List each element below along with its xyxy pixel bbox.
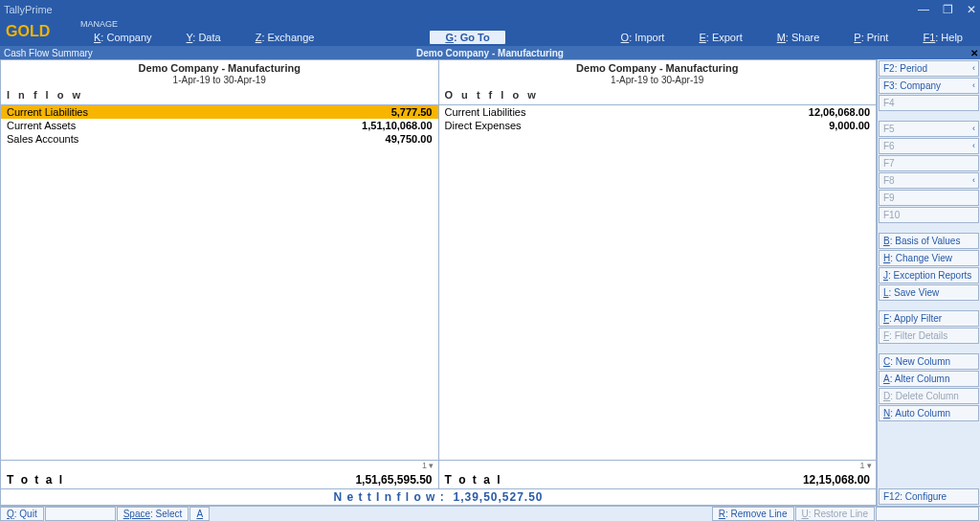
breadcrumb-left: Cash Flow Summary (4, 48, 93, 58)
side-f4: F4 (879, 95, 979, 111)
chevron-left-icon: ‹ (972, 175, 975, 185)
side-f10: F10 (879, 207, 979, 223)
menu-goto[interactable]: G: Go To (429, 30, 505, 45)
menu-exchange[interactable]: Z: Exchange (238, 32, 332, 43)
outflow-company: Demo Company - Manufacturing (445, 62, 871, 75)
app-name: TallyPrime (4, 4, 53, 15)
inflow-rows: Current Liabilities 5,777.50 Current Ass… (1, 105, 438, 460)
bottom-empty (45, 507, 116, 521)
side-f8: F8‹ (879, 172, 979, 189)
report-body: Demo Company - Manufacturing 1-Apr-19 to… (0, 59, 877, 506)
outflow-page-indicator: 1 ▾ (439, 461, 877, 471)
side-alter-column[interactable]: A: Alter Column (879, 371, 979, 387)
side-f7: F7 (879, 155, 979, 171)
menu-print[interactable]: P: Print (836, 32, 905, 43)
side-f12-configure[interactable]: F12: Configure (879, 488, 979, 505)
side-exception-reports[interactable]: J: Exception Reports (879, 267, 979, 283)
menu-export[interactable]: E: Export (681, 32, 759, 43)
side-f9: F9 (879, 190, 979, 206)
side-filter-details: F: Filter Details (879, 328, 979, 344)
minimize-icon[interactable]: — (918, 3, 929, 16)
main-menu: K: Company Y: Data Z: Exchange G: Go To … (77, 29, 980, 46)
inflow-company: Demo Company - Manufacturing (7, 62, 433, 75)
side-change-view[interactable]: H: Change View (879, 250, 979, 266)
menu-company[interactable]: K: Company (77, 32, 169, 43)
table-row[interactable]: Current Assets 1,51,10,068.00 (1, 119, 438, 132)
menu-data[interactable]: Y: Data (169, 32, 238, 43)
outflow-rows: Current Liabilities 12,06,068.00 Direct … (439, 105, 877, 460)
inflow-period: 1-Apr-19 to 30-Apr-19 (7, 75, 433, 85)
bottom-empty (876, 507, 979, 521)
side-apply-filter[interactable]: F: Apply Filter (879, 310, 979, 327)
side-basis-of-values[interactable]: B: Basis of Values (879, 233, 979, 249)
maximize-icon[interactable]: ❐ (943, 3, 953, 16)
chevron-left-icon: ‹ (972, 124, 975, 133)
chevron-left-icon: ‹ (972, 63, 975, 73)
titlebar: TallyPrime — ❐ ✕ (0, 0, 980, 19)
outflow-period: 1-Apr-19 to 30-Apr-19 (445, 75, 871, 85)
menu-share[interactable]: M: Share (760, 32, 837, 43)
bottom-quit[interactable]: Q: Quit (0, 507, 44, 521)
window-controls: — ❐ ✕ (918, 3, 976, 16)
table-row[interactable]: Sales Accounts 49,750.00 (1, 132, 438, 146)
side-f5: F5‹ (879, 121, 979, 137)
side-panel: F2: Period‹ F3: Company‹ F4 F5‹ F6‹ F7 F… (877, 59, 980, 506)
side-f6: F6‹ (879, 138, 979, 154)
chevron-left-icon: ‹ (972, 80, 975, 90)
table-row[interactable]: Current Liabilities 12,06,068.00 (439, 105, 877, 119)
chevron-left-icon: ‹ (972, 141, 975, 150)
outflow-column: Demo Company - Manufacturing 1-Apr-19 to… (439, 60, 877, 488)
outflow-total: T o t a l 12,15,068.00 (439, 471, 877, 488)
table-row[interactable]: Current Liabilities 5,777.50 (1, 105, 438, 119)
nett-inflow: N e t t I n f l o w : 1,39,50,527.50 (1, 488, 876, 505)
close-icon[interactable]: ✕ (967, 3, 976, 16)
side-auto-column[interactable]: N: Auto Column (879, 405, 979, 421)
bottom-bar: Q: Quit Space: Select A R: Remove Line U… (0, 506, 980, 521)
breadcrumb: Cash Flow Summary Demo Company - Manufac… (0, 46, 980, 59)
inflow-page-indicator: 1 ▾ (1, 461, 438, 471)
side-f2-period[interactable]: F2: Period‹ (879, 60, 979, 77)
bottom-a[interactable]: A (189, 507, 210, 521)
breadcrumb-center: Demo Company - Manufacturing (416, 48, 564, 58)
inflow-heading: I n f l o w (7, 85, 433, 102)
menu-import[interactable]: O: Import (604, 32, 682, 43)
menu-help[interactable]: F1: Help (905, 32, 980, 43)
side-delete-column: D: Delete Column (879, 388, 979, 404)
inflow-column: Demo Company - Manufacturing 1-Apr-19 to… (1, 60, 439, 488)
edition-label: GOLD (0, 19, 77, 44)
side-f3-company[interactable]: F3: Company‹ (879, 78, 979, 94)
bottom-remove-line[interactable]: R: Remove Line (712, 507, 794, 521)
table-row[interactable]: Direct Expenses 9,000.00 (439, 119, 877, 132)
manage-label: MANAGE (77, 19, 980, 29)
topbar: GOLD MANAGE K: Company Y: Data Z: Exchan… (0, 19, 980, 46)
bottom-restore-line: U: Restore Line (795, 507, 876, 521)
outflow-heading: O u t f l o w (445, 85, 871, 102)
side-save-view[interactable]: L: Save View (879, 284, 979, 301)
breadcrumb-close-icon[interactable]: ✕ (970, 48, 978, 58)
inflow-total: T o t a l 1,51,65,595.50 (1, 471, 438, 488)
side-new-column[interactable]: C: New Column (879, 353, 979, 370)
bottom-select[interactable]: Space: Select (117, 507, 189, 521)
